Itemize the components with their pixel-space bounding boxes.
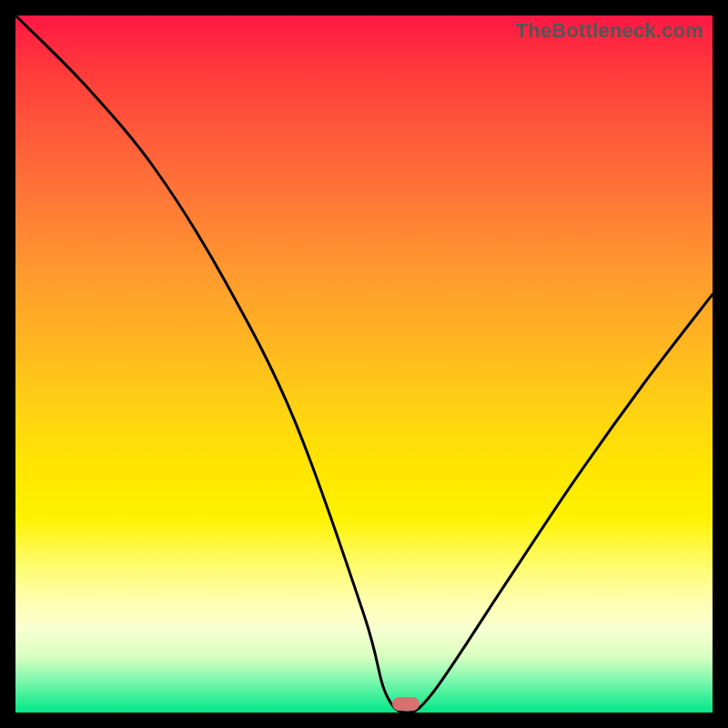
plot-area: TheBottleneck.com <box>15 15 713 713</box>
chart-container: TheBottleneck.com <box>0 0 728 728</box>
optimal-marker <box>392 697 420 711</box>
bottleneck-curve-path <box>15 15 713 713</box>
curve-svg <box>15 15 713 713</box>
